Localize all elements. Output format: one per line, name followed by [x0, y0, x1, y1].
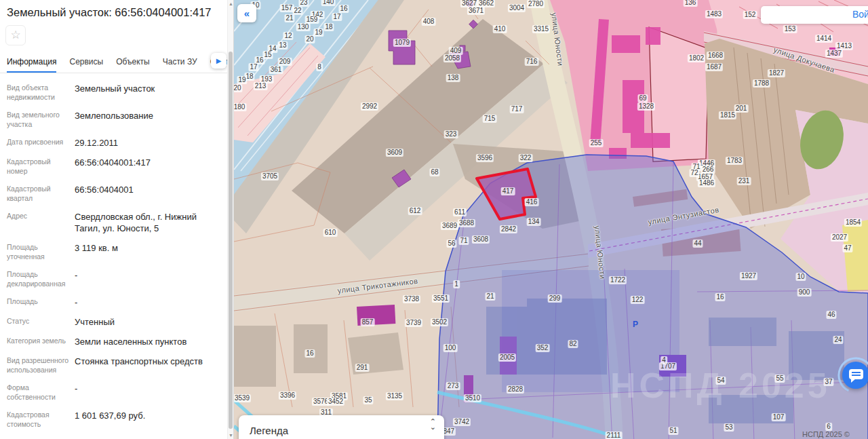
- field-row: Кадастровая стоимость1 601 637,69 руб.: [7, 410, 224, 429]
- page-title: Земельный участок: 66:56:0404001:417: [7, 5, 225, 20]
- favorite-button[interactable]: ☆: [5, 25, 26, 45]
- field-label: Кадастровый квартал: [7, 184, 75, 203]
- tab-1[interactable]: Сервисы: [69, 51, 103, 73]
- field-value: Земельный участок: [75, 83, 224, 102]
- field-row: Площадь-: [7, 297, 224, 308]
- field-label: Кадастровый номер: [7, 157, 75, 176]
- legend-bar[interactable]: Легенда ⌃ ⌄: [239, 415, 444, 439]
- field-value: 1 601 637,69 руб.: [75, 410, 224, 429]
- field-row: Вид объекта недвижимостиЗемельный участо…: [7, 83, 224, 102]
- field-value: Земли населенных пунктов: [75, 336, 224, 347]
- field-row: СтатусУчтенный: [7, 316, 224, 328]
- field-label: Вид объекта недвижимости: [7, 83, 75, 102]
- map-canvas: [234, 0, 868, 439]
- field-label: Категория земель: [7, 336, 75, 347]
- field-label: Вид земельного участка: [7, 110, 75, 129]
- chevron-double-left-icon: «: [244, 7, 250, 19]
- tab-0[interactable]: Информация: [7, 51, 56, 73]
- field-row: Кадастровый номер66:56:0404001:417: [7, 157, 224, 176]
- chat-button[interactable]: [842, 362, 868, 389]
- field-row: АдресСвердловская обл., г. Нижний Тагил,…: [7, 211, 224, 234]
- field-row: Вид земельного участкаЗемлепользование: [7, 110, 224, 129]
- tab-3[interactable]: Части ЗУ: [163, 51, 197, 73]
- search-login-bar[interactable]: Войти: [761, 6, 868, 24]
- field-value: 29.12.2011: [75, 137, 224, 149]
- panel-scrollbar[interactable]: ▲ ▼: [227, 0, 233, 439]
- field-label: Форма собственности: [7, 383, 75, 402]
- field-value: Землепользование: [75, 110, 224, 129]
- field-value: -: [75, 297, 224, 308]
- field-label: Статус: [7, 316, 75, 328]
- field-value: Учтенный: [75, 316, 224, 328]
- field-value: -: [75, 269, 224, 288]
- field-label: Площадь уточненная: [7, 242, 75, 261]
- field-value: Свердловская обл., г. Нижний Тагил, ул. …: [75, 211, 224, 234]
- field-label: Площадь декларированная: [7, 269, 75, 288]
- chat-icon: [842, 362, 868, 389]
- star-icon: ☆: [10, 28, 20, 41]
- field-row: Дата присвоения29.12.2011: [7, 137, 224, 149]
- scroll-down-icon[interactable]: ▼: [228, 433, 234, 438]
- field-row: Форма собственности-: [7, 383, 224, 402]
- map-copyright: НСПД 2025 ©: [802, 430, 850, 438]
- arrow-right-icon: ▶: [216, 57, 222, 64]
- scroll-up-icon[interactable]: ▲: [228, 1, 234, 6]
- parcel-fields: Вид объекта недвижимостиЗемельный участо…: [0, 73, 233, 439]
- field-row: Площадь декларированная-: [7, 269, 224, 288]
- tabs-bar: ИнформацияСервисыОбъектыЧасти ЗУСоста ▶: [0, 51, 233, 73]
- field-value: Стоянка транспортных средств: [75, 356, 224, 375]
- tab-2[interactable]: Объекты: [116, 51, 150, 73]
- field-label: Дата присвоения: [7, 137, 75, 149]
- field-row: Вид разрешенного использованияСтоянка тр…: [7, 356, 224, 375]
- field-row: Площадь уточненная3 119 кв. м: [7, 242, 224, 261]
- legend-expand-icon[interactable]: ⌃ ⌄: [430, 419, 436, 430]
- field-row: Категория земельЗемли населенных пунктов: [7, 336, 224, 347]
- field-label: Вид разрешенного использования: [7, 356, 75, 375]
- cadastral-map[interactable]: НСПД 2025 101572322140161421591721130181…: [234, 0, 868, 439]
- collapse-panel-button[interactable]: «: [237, 4, 256, 22]
- field-value: 66:56:0404001:417: [75, 157, 224, 176]
- scrollbar-thumb[interactable]: [229, 52, 233, 429]
- field-label: Площадь: [7, 297, 75, 308]
- login-link[interactable]: Войти: [852, 9, 868, 20]
- parcel-info-panel: Земельный участок: 66:56:0404001:417 ☆ И…: [0, 0, 234, 439]
- field-value: -: [75, 383, 224, 402]
- tabs-scroll-button[interactable]: ▶: [211, 53, 226, 69]
- field-label: Адрес: [7, 211, 75, 234]
- field-row: Кадастровый квартал66:56:0404001: [7, 184, 224, 203]
- field-label: Кадастровая стоимость: [7, 410, 75, 429]
- field-value: 66:56:0404001: [75, 184, 224, 203]
- legend-label: Легенда: [250, 425, 288, 436]
- tabs: ИнформацияСервисыОбъектыЧасти ЗУСоста: [0, 51, 233, 73]
- field-value: 3 119 кв. м: [75, 242, 224, 261]
- app: Земельный участок: 66:56:0404001:417 ☆ И…: [0, 0, 868, 439]
- chevron-down-icon: ⌄: [430, 424, 436, 430]
